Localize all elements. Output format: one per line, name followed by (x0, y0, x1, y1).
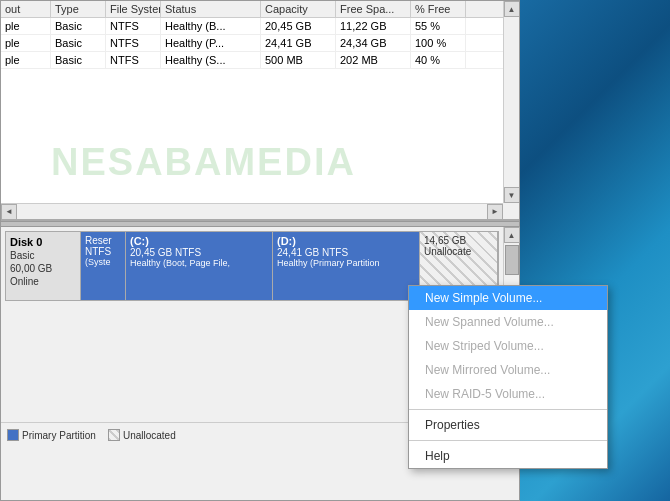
scroll-down-arrow[interactable]: ▼ (504, 187, 520, 203)
unalloc-label: Unallocate (424, 246, 493, 257)
disk-status-0: Online (10, 276, 76, 287)
table-row[interactable]: ple Basic NTFS Healthy (S... 500 MB 202 … (1, 52, 519, 69)
col-header-fs: File System (106, 1, 161, 17)
scroll-corner (503, 203, 519, 219)
cell-volume-0: ple (1, 18, 51, 34)
cell-type-0: Basic (51, 18, 106, 34)
cell-status-1: Healthy (P... (161, 35, 261, 51)
cell-type-1: Basic (51, 35, 106, 51)
cell-cap-2: 500 MB (261, 52, 336, 68)
cell-fs-2: NTFS (106, 52, 161, 68)
cell-cap-1: 24,41 GB (261, 35, 336, 51)
legend-unalloc-box (108, 429, 120, 441)
disk-size-0: 60,00 GB (10, 263, 76, 274)
col-header-type: Type (51, 1, 106, 17)
vertical-scrollbar-top[interactable]: ▲ ▼ (503, 1, 519, 203)
menu-item-new-raid5: New RAID-5 Volume... (409, 382, 607, 406)
cell-fs-1: NTFS (106, 35, 161, 51)
col-header-volume: out (1, 1, 51, 17)
table-row[interactable]: ple Basic NTFS Healthy (B... 20,45 GB 11… (1, 18, 519, 35)
partition-c[interactable]: (C:) 20,45 GB NTFS Healthy (Boot, Page F… (126, 232, 273, 300)
part-label-system: Reser (85, 235, 121, 246)
cell-type-2: Basic (51, 52, 106, 68)
scroll-thumb-bottom[interactable] (505, 245, 519, 275)
menu-item-new-simple[interactable]: New Simple Volume... (409, 286, 607, 310)
legend-primary-box (7, 429, 19, 441)
scroll-up-bottom[interactable]: ▲ (504, 227, 520, 243)
col-header-capacity: Capacity (261, 1, 336, 17)
menu-item-properties[interactable]: Properties (409, 413, 607, 437)
part-status-system: (Syste (85, 257, 121, 267)
volume-list-section: out Type File System Status Capacity Fre… (1, 1, 519, 221)
part-letter-d: (D:) (277, 235, 415, 247)
col-header-pct: % Free (411, 1, 466, 17)
watermark: NESABAMEDIA (51, 141, 356, 184)
part-fs-system: NTFS (85, 246, 121, 257)
menu-item-help[interactable]: Help (409, 444, 607, 468)
legend-unalloc: Unallocated (108, 429, 176, 441)
cell-fs-0: NTFS (106, 18, 161, 34)
partition-d[interactable]: (D:) 24,41 GB NTFS Healthy (Primary Part… (273, 232, 420, 300)
part-fs-d: 24,41 GB NTFS (277, 247, 415, 258)
partition-system[interactable]: Reser NTFS (Syste (81, 232, 126, 300)
cell-pct-1: 100 % (411, 35, 466, 51)
cell-volume-1: ple (1, 35, 51, 51)
table-row[interactable]: ple Basic NTFS Healthy (P... 24,41 GB 24… (1, 35, 519, 52)
cell-free-2: 202 MB (336, 52, 411, 68)
disk-type-0: Basic (10, 250, 76, 261)
part-fs-c: 20,45 GB NTFS (130, 247, 268, 258)
cell-volume-2: ple (1, 52, 51, 68)
cell-cap-0: 20,45 GB (261, 18, 336, 34)
scroll-up-arrow[interactable]: ▲ (504, 1, 520, 17)
legend-unalloc-label: Unallocated (123, 430, 176, 441)
unalloc-size: 14,65 GB (424, 235, 493, 246)
cell-pct-0: 55 % (411, 18, 466, 34)
part-letter-c: (C:) (130, 235, 268, 247)
h-scroll-track (17, 204, 487, 220)
disk-label-0: Disk 0 Basic 60,00 GB Online (6, 232, 81, 300)
cell-status-0: Healthy (B... (161, 18, 261, 34)
menu-item-new-mirrored: New Mirrored Volume... (409, 358, 607, 382)
horizontal-scrollbar[interactable]: ◄ ► (1, 203, 503, 219)
cell-status-2: Healthy (S... (161, 52, 261, 68)
part-status-d: Healthy (Primary Partition (277, 258, 415, 268)
legend-primary-label: Primary Partition (22, 430, 96, 441)
col-header-status: Status (161, 1, 261, 17)
menu-separator-1 (409, 409, 607, 410)
col-header-free: Free Spa... (336, 1, 411, 17)
scroll-left-arrow[interactable]: ◄ (1, 204, 17, 220)
legend-primary: Primary Partition (7, 429, 96, 441)
context-menu: New Simple Volume... New Spanned Volume.… (408, 285, 608, 469)
menu-separator-2 (409, 440, 607, 441)
cell-free-0: 11,22 GB (336, 18, 411, 34)
menu-item-new-striped: New Striped Volume... (409, 334, 607, 358)
menu-item-new-spanned: New Spanned Volume... (409, 310, 607, 334)
disk-name-0: Disk 0 (10, 236, 76, 248)
part-status-c: Healthy (Boot, Page File, (130, 258, 268, 268)
cell-free-1: 24,34 GB (336, 35, 411, 51)
scroll-right-arrow[interactable]: ► (487, 204, 503, 220)
cell-pct-2: 40 % (411, 52, 466, 68)
table-header-row: out Type File System Status Capacity Fre… (1, 1, 519, 18)
